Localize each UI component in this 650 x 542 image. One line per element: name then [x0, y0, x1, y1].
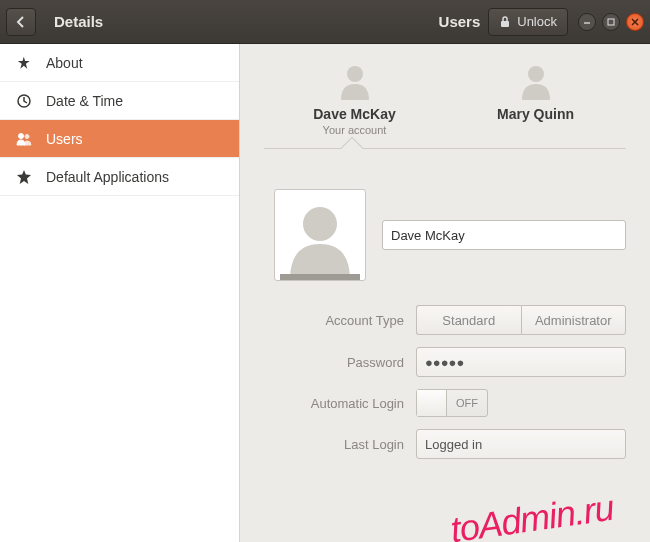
svg-rect-2	[608, 19, 614, 25]
user-tabs: Dave McKay Your account Mary Quinn	[264, 60, 626, 146]
svg-point-4	[19, 133, 24, 138]
svg-rect-0	[501, 21, 509, 27]
user-details: Account Type Standard Administrator Pass…	[264, 189, 626, 459]
password-label: Password	[264, 355, 404, 370]
sidebar-item-datetime[interactable]: Date & Time	[0, 82, 239, 120]
user-tab-name: Dave McKay	[264, 106, 445, 122]
tab-divider	[264, 148, 626, 149]
avatar-picker[interactable]	[274, 189, 366, 281]
switch-state-label: OFF	[447, 397, 487, 409]
user-tab-0[interactable]: Dave McKay Your account	[264, 60, 445, 146]
unlock-button-label: Unlock	[517, 14, 557, 29]
window-title: Details	[54, 13, 103, 30]
users-icon	[16, 131, 32, 147]
titlebar: Details Users Unlock	[0, 0, 650, 44]
full-name-input[interactable]	[382, 220, 626, 250]
avatar-placeholder-icon	[280, 196, 360, 280]
sidebar-item-label: Users	[46, 131, 83, 147]
svg-point-6	[347, 66, 363, 82]
plus-icon	[16, 55, 32, 71]
svg-rect-9	[280, 274, 360, 280]
sidebar-item-label: Default Applications	[46, 169, 169, 185]
back-button[interactable]	[6, 8, 36, 36]
maximize-button[interactable]	[602, 13, 620, 31]
sidebar-item-label: About	[46, 55, 83, 71]
user-tab-name: Mary Quinn	[445, 106, 626, 122]
sidebar-item-label: Date & Time	[46, 93, 123, 109]
panel-title: Users	[439, 13, 481, 30]
account-type-segmented[interactable]: Standard Administrator	[416, 305, 626, 335]
automatic-login-switch[interactable]: OFF	[416, 389, 488, 417]
svg-point-8	[303, 207, 337, 241]
close-button[interactable]	[626, 13, 644, 31]
switch-knob	[417, 390, 447, 416]
window-controls	[578, 13, 644, 31]
account-type-standard[interactable]: Standard	[416, 305, 521, 335]
star-icon	[16, 169, 32, 185]
password-field[interactable]: ●●●●●	[416, 347, 626, 377]
chevron-left-icon	[16, 16, 26, 28]
sidebar-item-default-apps[interactable]: Default Applications	[0, 158, 239, 196]
lock-icon	[499, 16, 511, 28]
sidebar: About Date & Time Users Default Applicat…	[0, 44, 240, 542]
automatic-login-label: Automatic Login	[264, 396, 404, 411]
watermark: toAdmin.ru	[448, 487, 616, 542]
user-tab-1[interactable]: Mary Quinn	[445, 60, 626, 146]
svg-point-7	[528, 66, 544, 82]
unlock-button[interactable]: Unlock	[488, 8, 568, 36]
account-type-label: Account Type	[264, 313, 404, 328]
avatar-icon	[335, 60, 375, 100]
sidebar-item-users[interactable]: Users	[0, 120, 239, 158]
sidebar-item-about[interactable]: About	[0, 44, 239, 82]
svg-point-5	[25, 134, 29, 138]
clock-icon	[16, 93, 32, 109]
account-type-administrator[interactable]: Administrator	[521, 305, 627, 335]
last-login-field[interactable]: Logged in	[416, 429, 626, 459]
avatar-icon	[516, 60, 556, 100]
user-tab-subtitle: Your account	[264, 124, 445, 136]
content-pane: Dave McKay Your account Mary Quinn	[240, 44, 650, 542]
minimize-button[interactable]	[578, 13, 596, 31]
last-login-label: Last Login	[264, 437, 404, 452]
